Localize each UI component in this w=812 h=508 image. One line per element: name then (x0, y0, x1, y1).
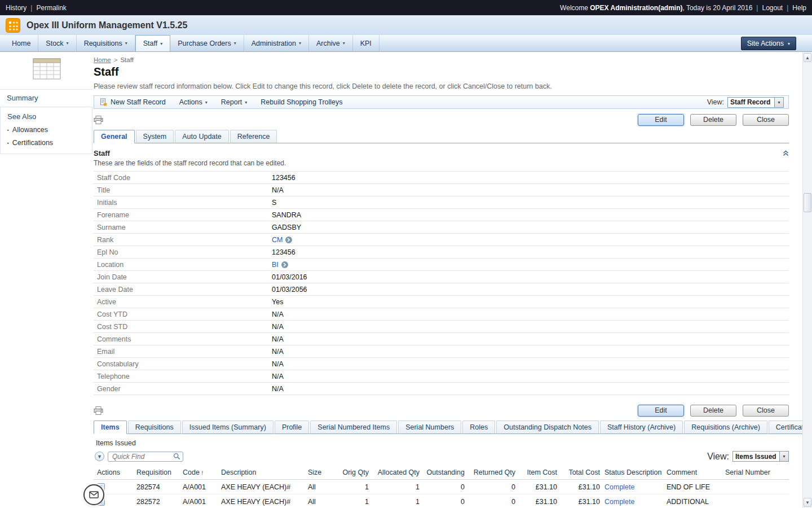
nav-tab-label: Staff (143, 40, 157, 47)
sidebar-item-summary[interactable]: Summary (0, 89, 92, 107)
printer-icon[interactable] (94, 116, 103, 124)
items-table-body: s282574A/A001AXE HEAVY (EACH)#All1100£31… (94, 480, 789, 508)
close-button[interactable]: Close (743, 405, 789, 417)
actions-label: Actions (179, 98, 202, 106)
close-button[interactable]: Close (743, 114, 789, 126)
vertical-scrollbar[interactable]: ▲ ▼ (802, 52, 812, 508)
column-header-code[interactable]: Code↑ (183, 468, 217, 476)
new-staff-record-button[interactable]: New Staff Record (99, 98, 166, 107)
tab-issued-items-summary[interactable]: Issued Items (Summary) (182, 421, 273, 434)
report-menu[interactable]: Report ▾ (221, 98, 248, 106)
column-header-description[interactable]: Description (221, 468, 303, 476)
table-row[interactable]: s282574A/A001AXE HEAVY (EACH)#All1100£31… (94, 480, 789, 494)
history-link[interactable]: History (6, 4, 27, 12)
tab-outstanding-dispatch-notes[interactable]: Outstanding Dispatch Notes (496, 421, 599, 434)
column-header-outstanding[interactable]: Outstanding (424, 468, 465, 476)
cell-code: A/A001 (183, 498, 217, 506)
column-header-returned-qty[interactable]: Returned Qty (469, 468, 515, 476)
nav-tab-staff[interactable]: Staff▾ (135, 35, 171, 51)
field-row-comments: CommentsN/A (94, 333, 789, 345)
actions-menu[interactable]: Actions ▾ (179, 98, 208, 106)
see-also-item-allowances[interactable]: ▪Allowances (7, 126, 85, 134)
cell-status-link[interactable]: Complete (604, 483, 662, 491)
view-select-staff-record[interactable]: Staff Record ▼ (727, 97, 784, 108)
edit-button[interactable]: Edit (638, 405, 684, 417)
tab-profile[interactable]: Profile (275, 421, 309, 434)
field-value-text: 123456 (272, 248, 295, 256)
column-header-actions[interactable]: Actions (97, 468, 132, 476)
tab-items[interactable]: Items (94, 421, 127, 434)
tab-system[interactable]: System (136, 130, 174, 143)
table-row[interactable]: s282572A/A001AXE HEAVY (EACH)#All1100£31… (94, 494, 789, 508)
see-also-section: See Also ▪Allowances▪Certifications (0, 107, 92, 154)
quick-find-input[interactable] (112, 453, 173, 461)
scroll-up-icon[interactable]: ▲ (804, 53, 811, 62)
field-value-link[interactable]: BI (272, 261, 279, 269)
delete-button[interactable]: Delete (690, 114, 736, 126)
page-title: Staff (94, 65, 789, 78)
tab-serial-numbered-items[interactable]: Serial Numbered Items (310, 421, 397, 434)
cell-requisition: 282572 (136, 498, 178, 506)
view-select-items-issued[interactable]: Items Issued ▼ (732, 451, 789, 462)
scrollbar-thumb[interactable] (804, 193, 811, 212)
site-actions-label: Site Actions (747, 40, 784, 47)
column-header-total-cost[interactable]: Total Cost (562, 468, 600, 476)
column-header-allocated-qty[interactable]: Allocated Qty (373, 468, 420, 476)
nav-tab-stock[interactable]: Stock▾ (38, 35, 76, 51)
permalink-link[interactable]: Permalink (36, 4, 66, 12)
cell-status-link[interactable]: Complete (604, 498, 662, 506)
tab-general[interactable]: General (94, 130, 135, 143)
nav-tab-archive[interactable]: Archive▾ (309, 35, 353, 51)
separator: | (30, 4, 32, 12)
field-value: 123456 (272, 174, 295, 182)
column-header-requisition[interactable]: Requisition (136, 468, 178, 476)
tab-auto-update[interactable]: Auto Update (175, 130, 229, 143)
field-row-location: LocationBI (94, 259, 789, 271)
go-arrow-icon[interactable] (285, 237, 292, 243)
detail-buttons: Edit Delete Close (638, 114, 789, 126)
search-icon[interactable] (173, 453, 180, 460)
tab-certificates[interactable]: Certificates (769, 421, 802, 434)
field-row-rank: RankCM (94, 234, 789, 246)
scroll-down-icon[interactable]: ▼ (804, 498, 811, 507)
nav-tab-administration[interactable]: Administration▾ (244, 35, 309, 51)
rebuild-shopping-trolleys-button[interactable]: Rebuild Shopping Trolleys (261, 98, 342, 106)
help-link[interactable]: Help (792, 4, 806, 12)
logout-link[interactable]: Logout (762, 4, 783, 12)
column-header-serial-number[interactable]: Serial Number (725, 468, 773, 476)
tab-roles[interactable]: Roles (462, 421, 495, 434)
field-label: Telephone (94, 373, 272, 380)
cell-total-cost: £31.10 (562, 483, 600, 491)
nav-tab-home[interactable]: Home (5, 35, 38, 51)
field-value-link[interactable]: CM (272, 236, 283, 244)
tab-reference[interactable]: Reference (230, 130, 277, 143)
edit-button[interactable]: Edit (638, 114, 684, 126)
go-arrow-icon[interactable] (281, 261, 288, 268)
delete-button[interactable]: Delete (690, 405, 736, 417)
chevron-down-circle-icon[interactable]: ▼ (95, 452, 104, 461)
column-header-status-description[interactable]: Status Description (604, 468, 662, 476)
column-header-size[interactable]: Size (308, 468, 333, 476)
mail-widget-button[interactable] (83, 484, 104, 505)
items-search-row: ▼ View: Items Issued ▼ (94, 450, 789, 466)
tab-requisitions[interactable]: Requisitions (128, 421, 181, 434)
cell-item-cost: £31.10 (520, 498, 557, 506)
see-also-item-certifications[interactable]: ▪Certifications (7, 139, 85, 147)
tab-staff-history-archive[interactable]: Staff History (Archive) (600, 421, 683, 434)
column-header-comment[interactable]: Comment (667, 468, 721, 476)
printer-icon[interactable] (94, 406, 103, 415)
tab-requisitions-archive[interactable]: Requisitions (Archive) (684, 421, 767, 434)
nav-tab-purchase-orders[interactable]: Purchase Orders▾ (170, 35, 244, 51)
field-value: 123456 (272, 248, 295, 256)
field-label: Join Date (94, 273, 272, 281)
nav-tab-requisitions[interactable]: Requisitions▾ (77, 35, 135, 51)
column-header-orig-qty[interactable]: Orig Qty (337, 468, 369, 476)
select-arrow-icon: ▼ (779, 452, 788, 461)
site-actions-button[interactable]: Site Actions ▾ (741, 37, 796, 50)
collapse-section-icon[interactable] (783, 150, 789, 156)
nav-tab-kpi[interactable]: KPI (353, 35, 379, 51)
breadcrumb-home-link[interactable]: Home (94, 56, 111, 63)
column-header-item-cost[interactable]: Item Cost (520, 468, 557, 476)
field-row-forename: ForenameSANDRA (94, 209, 789, 221)
tab-serial-numbers[interactable]: Serial Numbers (398, 421, 461, 434)
